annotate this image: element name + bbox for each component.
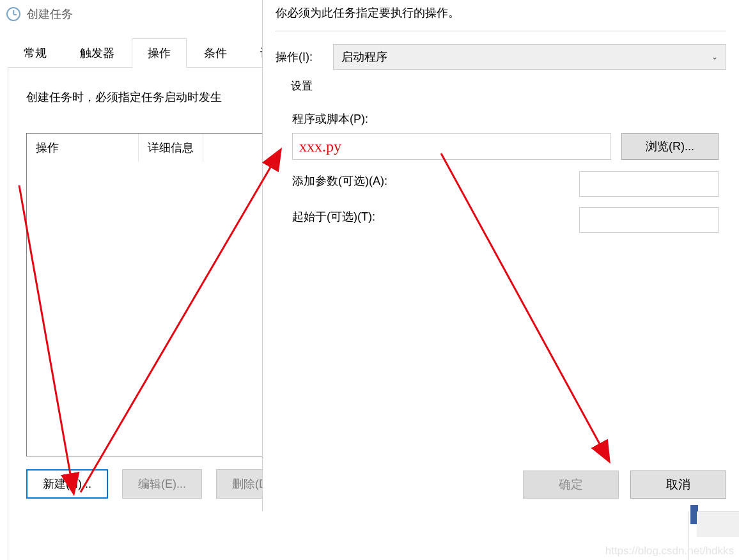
settings-group: 设置 程序或脚本(P): 浏览(R)... 添加参数(可选)(A): 起始于(可… xyxy=(282,79,726,256)
new-action-dialog: 你必须为此任务指定要执行的操作。 操作(I): 启动程序 ⌄ 设置 程序或脚本(… xyxy=(262,0,739,511)
action-type-select[interactable]: 启动程序 ⌄ xyxy=(333,44,726,70)
action-type-value: 启动程序 xyxy=(341,49,387,65)
program-input[interactable] xyxy=(292,133,611,160)
settings-inner: 程序或脚本(P): 浏览(R)... 添加参数(可选)(A): 起始于(可选)(… xyxy=(282,93,726,256)
browse-button[interactable]: 浏览(R)... xyxy=(621,133,719,160)
cancel-button[interactable]: 取消 xyxy=(630,471,726,499)
new-button[interactable]: 新建(N)... xyxy=(26,469,108,499)
settings-legend: 设置 xyxy=(288,79,726,93)
program-label: 程序或脚本(P): xyxy=(292,111,719,127)
clock-icon xyxy=(6,7,20,21)
action-table[interactable]: 操作 详细信息 xyxy=(26,133,263,456)
column-action[interactable]: 操作 xyxy=(27,134,139,162)
args-label: 添加参数(可选)(A): xyxy=(292,173,387,189)
tab-conditions[interactable]: 条件 xyxy=(188,38,243,68)
args-input[interactable] xyxy=(579,171,719,197)
action-type-row: 操作(I): 启动程序 ⌄ xyxy=(263,44,739,70)
tab-triggers[interactable]: 触发器 xyxy=(64,38,130,68)
grey-bar xyxy=(697,511,739,537)
program-row: 浏览(R)... xyxy=(292,133,719,160)
dialog-button-row: 确定 取消 xyxy=(523,471,726,499)
args-field: 添加参数(可选)(A): xyxy=(292,171,719,197)
startin-input[interactable] xyxy=(579,207,719,233)
window-title: 创建任务 xyxy=(27,6,73,22)
column-details[interactable]: 详细信息 xyxy=(139,134,203,162)
tab-general[interactable]: 常规 xyxy=(8,38,63,68)
dialog-divider xyxy=(276,31,726,31)
program-field-block: 程序或脚本(P): 浏览(R)... xyxy=(292,111,719,160)
edit-button: 编辑(E)... xyxy=(122,469,202,499)
action-type-label: 操作(I): xyxy=(276,49,333,65)
dialog-instruction: 你必须为此任务指定要执行的操作。 xyxy=(263,0,739,31)
startin-label: 起始于(可选)(T): xyxy=(292,209,375,224)
tab-actions[interactable]: 操作 xyxy=(132,38,187,68)
action-table-header: 操作 详细信息 xyxy=(27,134,262,162)
chevron-down-icon: ⌄ xyxy=(712,52,718,61)
ok-button: 确定 xyxy=(523,471,619,499)
startin-field: 起始于(可选)(T): xyxy=(292,207,719,233)
